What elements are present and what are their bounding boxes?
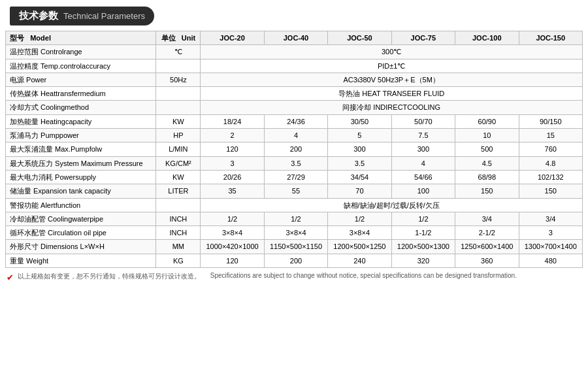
unit-cell: KW bbox=[156, 114, 201, 128]
value-cell: 760 bbox=[519, 142, 582, 156]
value-cell: 7.5 bbox=[391, 129, 455, 142]
value-cell: 200 bbox=[264, 142, 327, 156]
footer-note: ✔ 以上规格如有变更，恕不另行通知，特殊规格可另行设计改造。 Specifica… bbox=[0, 268, 588, 286]
value-cell: 18/24 bbox=[201, 114, 264, 128]
param-cell: 传热媒体 Heattransfermedium bbox=[6, 87, 156, 101]
col-header-model: 型号 Model bbox=[6, 31, 156, 45]
value-cell: 24/36 bbox=[264, 114, 327, 128]
value-cell: 4.8 bbox=[519, 156, 582, 170]
table-row: 重量 WeightKG120200240320360480 bbox=[6, 254, 583, 267]
col-header-joc75: JOC-75 bbox=[391, 31, 455, 45]
value-cell: 1200×500×1300 bbox=[391, 240, 455, 254]
table-row: 最大电力消耗 PowersupplyKW20/2627/2934/5454/66… bbox=[6, 170, 583, 184]
table-row: 最大泵浦流量 Max.PumpfolwL/MIN1202003003005007… bbox=[6, 142, 583, 156]
col-header-joc20: JOC-20 bbox=[201, 31, 264, 45]
param-cell: 加热能量 Heatingcapacity bbox=[6, 114, 156, 128]
value-cell: 240 bbox=[328, 254, 391, 267]
param-cell: 外形尺寸 Dimensions L×W×H bbox=[6, 240, 156, 254]
value-cell: 1/2 bbox=[328, 212, 391, 225]
table-row: 泵浦马力 PumppowerHP2457.51015 bbox=[6, 129, 583, 142]
params-table: 型号 Model 单位 Unit JOC-20 JOC-40 JOC-50 JO… bbox=[5, 31, 583, 268]
value-cell: 30/50 bbox=[328, 114, 391, 128]
header-zh-label: 技术参数 bbox=[19, 10, 58, 22]
col-header-joc50: JOC-50 bbox=[328, 31, 391, 45]
value-cell-span: 300℃ bbox=[201, 45, 583, 59]
value-cell-span: AC3ι380V 50Hz3P＋E（5M） bbox=[201, 73, 583, 86]
value-cell: 1200×500×1250 bbox=[328, 240, 391, 254]
value-cell-span: PID±1℃ bbox=[201, 59, 583, 73]
table-row: 加热能量 HeatingcapacityKW18/2424/3630/5050/… bbox=[6, 114, 583, 128]
value-cell: 120 bbox=[201, 142, 264, 156]
value-cell: 1150×500×1150 bbox=[264, 240, 327, 254]
col-header-joc40: JOC-40 bbox=[264, 31, 327, 45]
unit-cell bbox=[156, 59, 201, 73]
value-cell: 3.5 bbox=[264, 156, 327, 170]
table-row: 循环水配管 Circulation oil pipeINCH3×8×43×8×4… bbox=[6, 226, 583, 240]
unit-cell: INCH bbox=[156, 226, 201, 240]
table-header-row: 型号 Model 单位 Unit JOC-20 JOC-40 JOC-50 JO… bbox=[6, 31, 583, 45]
value-cell: 3/4 bbox=[519, 212, 582, 225]
value-cell: 1300×700×1400 bbox=[519, 240, 582, 254]
value-cell-span: 缺相/缺油/超时/过载/反转/欠压 bbox=[201, 198, 583, 212]
param-cell: 电源 Power bbox=[6, 73, 156, 86]
unit-cell: INCH bbox=[156, 212, 201, 225]
unit-cell: L/MIN bbox=[156, 142, 201, 156]
unit-cell: ℃ bbox=[156, 45, 201, 59]
value-cell: 3 bbox=[201, 156, 264, 170]
value-cell: 50/70 bbox=[391, 114, 455, 128]
param-cell: 温控精度 Temp.controlaccuracy bbox=[6, 59, 156, 73]
value-cell: 3×8×4 bbox=[264, 226, 327, 240]
table-row: 冷却油配管 CoolingwaterpipeINCH1/21/21/21/23/… bbox=[6, 212, 583, 225]
value-cell-span: 导热油 HEAT TRANSEER FLUID bbox=[201, 87, 583, 101]
param-cell: 冷却油配管 Coolingwaterpipe bbox=[6, 212, 156, 225]
value-cell: 1/2 bbox=[391, 212, 455, 225]
value-cell: 55 bbox=[264, 184, 327, 198]
value-cell: 300 bbox=[328, 142, 391, 156]
value-cell: 1000×420×1000 bbox=[201, 240, 264, 254]
param-cell: 泵浦马力 Pumppower bbox=[6, 129, 156, 142]
value-cell: 150 bbox=[519, 184, 582, 198]
header-section: 技术参数 Technical Parameters bbox=[0, 0, 588, 31]
param-cell: 冷却方式 Coolingmethod bbox=[6, 101, 156, 114]
unit-cell: KW bbox=[156, 170, 201, 184]
value-cell: 300 bbox=[391, 142, 455, 156]
footer-en-text: Specifications are subject to change wit… bbox=[210, 272, 517, 279]
value-cell: 5 bbox=[328, 129, 391, 142]
value-cell: 500 bbox=[455, 142, 519, 156]
param-cell: 储油量 Expansion tank capacity bbox=[6, 184, 156, 198]
value-cell: 35 bbox=[201, 184, 264, 198]
value-cell: 150 bbox=[455, 184, 519, 198]
value-cell: 1/2 bbox=[201, 212, 264, 225]
unit-cell: KG/CM² bbox=[156, 156, 201, 170]
value-cell: 3×8×4 bbox=[201, 226, 264, 240]
value-cell: 1-1/2 bbox=[391, 226, 455, 240]
value-cell: 200 bbox=[264, 254, 327, 267]
header-badge: 技术参数 Technical Parameters bbox=[10, 7, 154, 25]
value-cell: 3/4 bbox=[455, 212, 519, 225]
unit-cell: MM bbox=[156, 240, 201, 254]
value-cell: 360 bbox=[455, 254, 519, 267]
table-row: 冷却方式 Coolingmethod间接冷却 INDIRECTCOOLING bbox=[6, 101, 583, 114]
unit-cell: 50Hz bbox=[156, 73, 201, 86]
param-cell: 警报功能 Alertfunction bbox=[6, 198, 156, 212]
value-cell: 2 bbox=[201, 129, 264, 142]
table-row: 温控范围 Controlrange℃300℃ bbox=[6, 45, 583, 59]
value-cell: 3×8×4 bbox=[328, 226, 391, 240]
col-header-joc100: JOC-100 bbox=[455, 31, 519, 45]
table-container: 型号 Model 单位 Unit JOC-20 JOC-40 JOC-50 JO… bbox=[0, 31, 588, 268]
unit-cell: HP bbox=[156, 129, 201, 142]
value-cell: 480 bbox=[519, 254, 582, 267]
value-cell: 2-1/2 bbox=[455, 226, 519, 240]
value-cell: 34/54 bbox=[328, 170, 391, 184]
value-cell: 1/2 bbox=[264, 212, 327, 225]
param-cell: 重量 Weight bbox=[6, 254, 156, 267]
value-cell: 3.5 bbox=[328, 156, 391, 170]
value-cell: 1250×600×1400 bbox=[455, 240, 519, 254]
value-cell: 120 bbox=[201, 254, 264, 267]
unit-cell bbox=[156, 198, 201, 212]
value-cell: 54/66 bbox=[391, 170, 455, 184]
table-row: 传热媒体 Heattransfermedium导热油 HEAT TRANSEER… bbox=[6, 87, 583, 101]
param-cell: 最大系统压力 System Maximum Pressure bbox=[6, 156, 156, 170]
unit-cell: LITER bbox=[156, 184, 201, 198]
value-cell: 10 bbox=[455, 129, 519, 142]
